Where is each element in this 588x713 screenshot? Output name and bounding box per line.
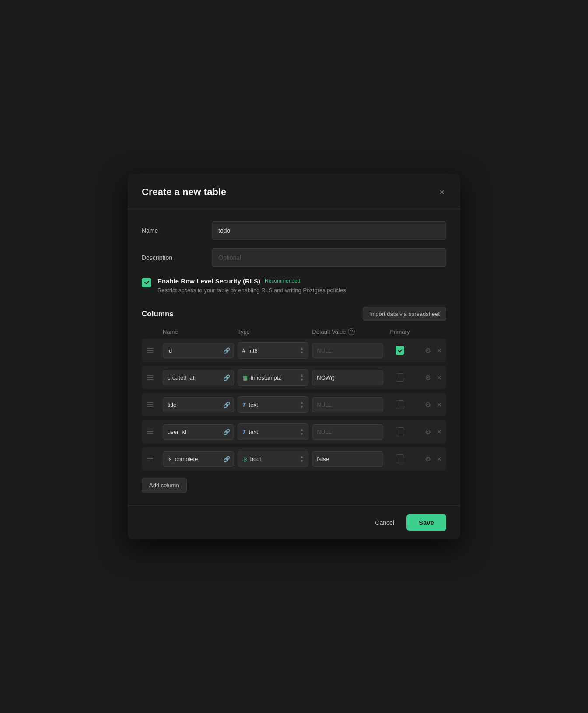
columns-header-row: Name Type Default Value ? Primary <box>142 328 446 339</box>
default-value-column-header: Default Value ? <box>312 328 383 335</box>
column-name-wrapper: 🔗 <box>163 424 234 440</box>
settings-icon[interactable]: ⚙ <box>424 454 432 464</box>
column-name-input[interactable] <box>163 370 220 385</box>
rls-checkbox[interactable] <box>142 278 151 287</box>
table-row: 🔗 ◎ bool ▲▼ ⚙ ✕ <box>142 447 446 471</box>
column-link-icon[interactable]: 🔗 <box>220 456 234 462</box>
cancel-button[interactable]: Cancel <box>368 515 401 531</box>
column-default-input[interactable] <box>312 370 383 385</box>
column-name-wrapper: 🔗 <box>163 397 234 412</box>
type-arrows-icon: ▲▼ <box>300 400 304 409</box>
name-input[interactable] <box>212 221 446 240</box>
columns-title: Columns <box>142 310 174 318</box>
column-default-input[interactable] <box>312 451 383 467</box>
modal-title: Create a new table <box>142 186 226 198</box>
column-type-selector[interactable]: ◎ bool ▲▼ <box>238 451 309 467</box>
import-spreadsheet-button[interactable]: Import data via spreadsheet <box>363 307 446 321</box>
column-type-name: int8 <box>248 347 297 354</box>
delete-icon[interactable]: ✕ <box>435 427 443 437</box>
column-type-name: timestamptz <box>251 374 297 381</box>
column-link-icon[interactable]: 🔗 <box>220 402 234 408</box>
type-arrows-icon: ▲▼ <box>300 427 304 436</box>
drag-handle[interactable] <box>145 401 159 409</box>
primary-checkbox[interactable] <box>396 454 404 463</box>
rls-text: Enable Row Level Security (RLS) Recommen… <box>158 277 446 294</box>
drag-handle[interactable] <box>145 346 159 355</box>
primary-checkbox[interactable] <box>396 427 404 436</box>
column-name-input[interactable] <box>163 452 220 466</box>
create-table-modal: Create a new table × Name Description En… <box>128 174 460 539</box>
add-column-button[interactable]: Add column <box>142 478 187 493</box>
description-label: Description <box>142 254 212 261</box>
drag-handle[interactable] <box>145 428 159 436</box>
modal-body: Name Description Enable Row Level Securi… <box>128 209 460 505</box>
row-actions: ⚙ ✕ <box>416 346 443 356</box>
rls-title-row: Enable Row Level Security (RLS) Recommen… <box>158 277 446 285</box>
column-name-wrapper: 🔗 <box>163 370 234 385</box>
table-row: 🔗 ▦ timestamptz ▲▼ ⚙ ✕ <box>142 366 446 389</box>
close-button[interactable]: × <box>438 186 446 198</box>
column-type-selector[interactable]: T text ▲▼ <box>238 396 309 413</box>
description-input[interactable] <box>212 248 446 267</box>
type-arrows-icon: ▲▼ <box>300 454 304 463</box>
rls-title: Enable Row Level Security (RLS) <box>158 277 260 285</box>
name-label: Name <box>142 227 212 234</box>
primary-checkbox[interactable] <box>396 400 404 409</box>
delete-icon[interactable]: ✕ <box>435 400 443 410</box>
type-icon: ◎ <box>242 456 247 462</box>
rls-description: Restrict access to your table by enablin… <box>158 287 446 294</box>
row-actions: ⚙ ✕ <box>416 400 443 410</box>
type-icon: # <box>242 347 245 354</box>
column-type-selector[interactable]: # int8 ▲▼ <box>238 342 309 359</box>
type-arrows-icon: ▲▼ <box>300 346 304 355</box>
table-row: 🔗 # int8 ▲▼ ⚙ ✕ <box>142 339 446 362</box>
name-row: Name <box>142 221 446 240</box>
column-name-wrapper: 🔗 <box>163 343 234 358</box>
column-type-selector[interactable]: ▦ timestamptz ▲▼ <box>238 369 309 386</box>
modal-header: Create a new table × <box>128 174 460 209</box>
column-link-icon[interactable]: 🔗 <box>220 429 234 435</box>
column-link-icon[interactable]: 🔗 <box>220 347 234 354</box>
delete-icon[interactable]: ✕ <box>435 346 443 356</box>
type-column-header: Type <box>238 329 309 335</box>
column-name-wrapper: 🔗 <box>163 451 234 467</box>
columns-header: Columns Import data via spreadsheet <box>142 307 446 321</box>
save-button[interactable]: Save <box>406 514 446 531</box>
delete-icon[interactable]: ✕ <box>435 373 443 383</box>
settings-icon[interactable]: ⚙ <box>424 346 432 356</box>
recommended-badge: Recommended <box>265 278 300 284</box>
modal-footer: Cancel Save <box>128 505 460 539</box>
rls-section: Enable Row Level Security (RLS) Recommen… <box>142 277 446 294</box>
settings-icon[interactable]: ⚙ <box>424 427 432 437</box>
row-actions: ⚙ ✕ <box>416 373 443 383</box>
settings-icon[interactable]: ⚙ <box>424 400 432 410</box>
primary-checkbox[interactable] <box>396 373 404 382</box>
column-default-input[interactable] <box>312 424 383 440</box>
primary-checkbox[interactable] <box>396 346 404 355</box>
column-link-icon[interactable]: 🔗 <box>220 374 234 381</box>
column-rows-container: 🔗 # int8 ▲▼ ⚙ ✕ 🔗 ▦ timestamptz ▲▼ <box>142 339 446 471</box>
columns-section: Columns Import data via spreadsheet Name… <box>142 307 446 493</box>
drag-handle[interactable] <box>145 374 159 382</box>
description-row: Description <box>142 248 446 267</box>
settings-icon[interactable]: ⚙ <box>424 373 432 383</box>
drag-handle[interactable] <box>145 455 159 463</box>
row-actions: ⚙ ✕ <box>416 454 443 464</box>
column-type-name: bool <box>250 456 297 462</box>
default-value-help-icon[interactable]: ? <box>348 328 355 335</box>
type-icon: T <box>242 402 246 408</box>
name-column-header: Name <box>163 329 234 335</box>
type-icon: T <box>242 429 246 435</box>
table-row: 🔗 T text ▲▼ ⚙ ✕ <box>142 420 446 444</box>
column-default-input[interactable] <box>312 343 383 358</box>
primary-column-header: Primary <box>387 329 413 335</box>
delete-icon[interactable]: ✕ <box>435 454 443 464</box>
column-default-input[interactable] <box>312 397 383 412</box>
type-icon: ▦ <box>242 374 248 381</box>
column-name-input[interactable] <box>163 425 220 439</box>
type-arrows-icon: ▲▼ <box>300 373 304 382</box>
column-name-input[interactable] <box>163 398 220 412</box>
column-type-selector[interactable]: T text ▲▼ <box>238 423 309 440</box>
column-type-name: text <box>249 402 297 408</box>
column-name-input[interactable] <box>163 343 220 358</box>
